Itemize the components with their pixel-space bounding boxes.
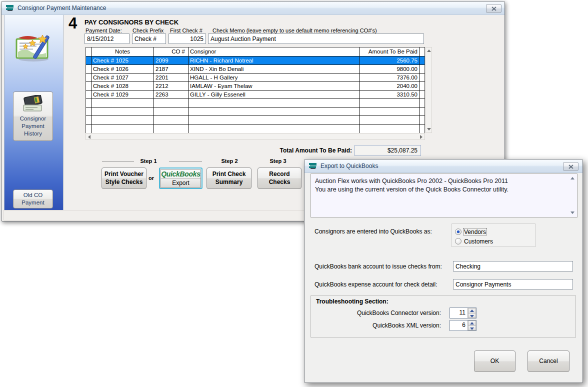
- connector-version-label: QuickBooks Connector version:: [315, 310, 441, 316]
- cell-notes: Check # 1025: [92, 56, 154, 64]
- memo-scroll-up-icon[interactable]: [570, 177, 574, 180]
- table-row-empty[interactable]: [86, 116, 424, 124]
- check-prefix-label: Check Prefix: [132, 28, 164, 34]
- oldco-button-line: Payment: [22, 199, 44, 206]
- info-line: Auction Flex works with QuickBooks Pro 2…: [315, 177, 567, 186]
- header-amount: Amount To Be Paid: [360, 48, 420, 56]
- spin-up-icon: [470, 322, 474, 324]
- payment-date-input[interactable]: [84, 34, 130, 44]
- first-check-input[interactable]: [168, 34, 206, 44]
- main-close-button[interactable]: [486, 4, 502, 13]
- spin-up-button[interactable]: [468, 308, 476, 314]
- app-icon: [308, 162, 318, 170]
- step-number: 4: [68, 14, 77, 32]
- old-co-payment-button[interactable]: Old CO Payment: [13, 190, 53, 208]
- table-row[interactable]: Check # 1025 2099 RICHN - Richard Notrea…: [86, 56, 424, 65]
- spin-down-button[interactable]: [468, 326, 476, 331]
- print-check-summary-button[interactable]: Print Check Summary: [206, 168, 252, 189]
- ok-button[interactable]: OK: [474, 350, 516, 372]
- header-consignor: Consignor: [188, 48, 360, 56]
- quickbooks-export-text: Export: [161, 178, 200, 187]
- quickbooks-info-memo: Auction Flex works with QuickBooks Pro 2…: [310, 174, 578, 218]
- consignor-type-groupbox: Vendors Customers: [451, 224, 536, 247]
- cell-consignor: GILLY - Gilly Essenell: [188, 90, 360, 98]
- cell-consignor: RICHN - Richard Notreal: [188, 56, 360, 64]
- table-row-empty[interactable]: [86, 124, 424, 133]
- quickbooks-export-button[interactable]: QuickBooks Export: [159, 168, 202, 189]
- oldco-button-line: Old CO: [24, 192, 42, 199]
- cell-notes: Check # 1028: [92, 82, 154, 90]
- bank-account-label: QuickBooks bank account to issue checks …: [314, 263, 442, 270]
- cancel-button-label: Cancel: [539, 358, 558, 366]
- scroll-right-icon[interactable]: [420, 135, 422, 139]
- print-summary-line: Summary: [216, 178, 243, 186]
- cell-amount: 2560.75: [360, 56, 420, 64]
- record-checks-line: Checks: [269, 178, 290, 186]
- cell-co: 2212: [154, 82, 188, 90]
- bank-account-input[interactable]: [453, 261, 573, 272]
- spin-down-icon: [470, 328, 474, 330]
- cancel-button[interactable]: Cancel: [528, 350, 570, 372]
- scroll-down-icon[interactable]: [427, 128, 431, 130]
- table-row-empty[interactable]: [86, 108, 424, 116]
- table-row[interactable]: Check # 1027 2201 HGALL - H Gallery 7376…: [86, 74, 424, 82]
- or-text: or: [148, 175, 154, 181]
- checkbook-icon: [22, 95, 44, 113]
- expense-account-input[interactable]: [453, 279, 573, 290]
- print-voucher-button[interactable]: Print Voucher Style Checks: [102, 168, 146, 189]
- radio-unchecked-icon[interactable]: [455, 238, 462, 244]
- spin-up-icon: [470, 310, 474, 312]
- vendors-radio[interactable]: Vendors: [455, 227, 486, 236]
- total-value-field: $25,087.25: [354, 145, 421, 156]
- app-icon: [6, 4, 14, 12]
- spin-up-button[interactable]: [468, 320, 476, 326]
- main-window-title: Consignor Payment Maintenance: [18, 4, 106, 12]
- close-icon: [568, 164, 574, 169]
- dialog-close-button[interactable]: [563, 162, 578, 171]
- header-indicator: [86, 48, 92, 56]
- cell-consignor: XIND - Xin Bo Denali: [188, 65, 360, 73]
- xml-version-spinner[interactable]: 6: [450, 320, 476, 331]
- consignor-payment-history-button[interactable]: Consignor Payment History: [13, 92, 53, 141]
- scroll-up-icon[interactable]: [427, 50, 431, 52]
- connector-version-spinner[interactable]: 11: [450, 308, 476, 318]
- record-checks-button[interactable]: Record Checks: [258, 168, 302, 189]
- check-prefix-input[interactable]: [132, 34, 166, 44]
- quickbooks-brand-text: QuickBooks: [161, 170, 200, 178]
- customers-radio[interactable]: Customers: [455, 236, 493, 246]
- customers-radio-label: Customers: [464, 238, 493, 245]
- info-line: You are using the current version of the…: [315, 186, 567, 194]
- memo-scroll-down-icon[interactable]: [570, 212, 574, 214]
- step1-label: Step 1: [136, 158, 162, 164]
- radio-checked-icon[interactable]: [455, 228, 462, 235]
- troubleshooting-title: Troubleshooting Section:: [316, 298, 388, 305]
- page-title: PAY CONSIGNORS BY CHECK: [84, 18, 178, 26]
- dialog-titlebar: Export to QuickBooks: [304, 160, 582, 173]
- table-horizontal-scrollbar[interactable]: [86, 133, 425, 140]
- print-voucher-line: Style Checks: [106, 178, 143, 186]
- scroll-left-icon[interactable]: [88, 135, 90, 139]
- table-vertical-scrollbar[interactable]: [426, 47, 432, 133]
- cell-co: 2263: [154, 90, 188, 98]
- header-filler: [420, 48, 424, 56]
- cell-notes: Check # 1027: [92, 74, 154, 82]
- table-header-row: Notes CO # Consignor Amount To Be Paid: [86, 48, 424, 56]
- history-button-line: Consignor: [20, 115, 46, 122]
- table-row-empty[interactable]: [86, 99, 424, 108]
- cell-amount: 2040.00: [360, 82, 420, 90]
- xml-version-label: QuickBooks XML version:: [315, 322, 441, 329]
- sidebar: Consignor Payment History Old CO Payment: [4, 15, 64, 212]
- expense-account-label: QuickBooks expense account for check det…: [314, 281, 437, 288]
- cell-notes: Check # 1026: [92, 65, 154, 73]
- check-memo-label: Check Memo (leave empty to use default m…: [212, 28, 377, 34]
- export-dialog: Export to QuickBooks Auction Flex works …: [304, 159, 583, 383]
- record-checks-line: Record: [269, 170, 290, 178]
- spin-down-button[interactable]: [468, 314, 476, 318]
- table-row[interactable]: Check # 1029 2263 GILLY - Gilly Essenell…: [86, 90, 424, 99]
- table-row[interactable]: Check # 1028 2212 IAMLAW - Eyam Thelaw 2…: [86, 82, 424, 90]
- table-row[interactable]: Check # 1026 2187 XIND - Xin Bo Denali 9…: [86, 65, 424, 74]
- cell-co: 2187: [154, 65, 188, 73]
- close-icon: [492, 6, 496, 11]
- check-memo-input[interactable]: [208, 34, 424, 44]
- main-titlebar: Consignor Payment Maintenance: [2, 2, 504, 15]
